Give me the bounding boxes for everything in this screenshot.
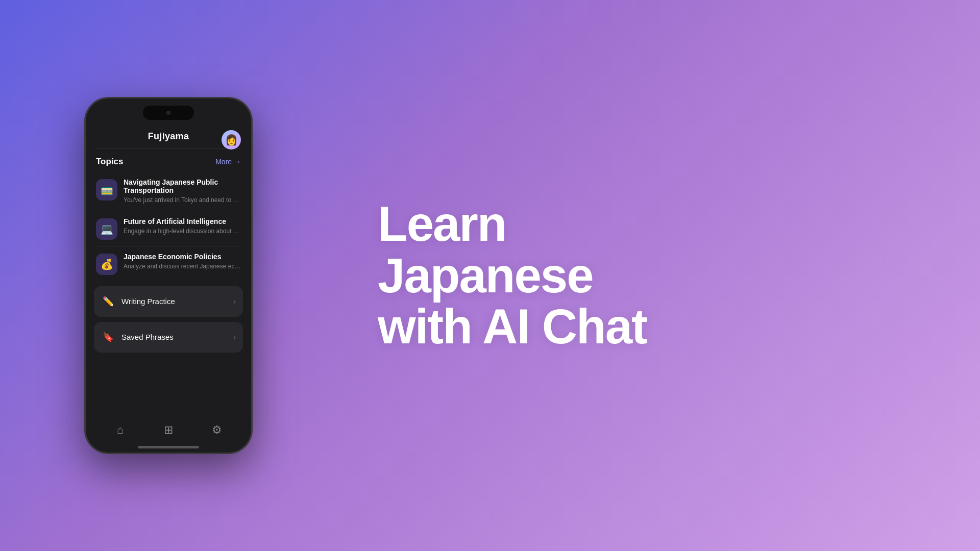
nav-settings[interactable]: ⚙ bbox=[192, 423, 241, 437]
camera-dot bbox=[166, 111, 170, 115]
phone-screen: Fujiyama 👩 Topics More → 🚃 Navigating Ja bbox=[86, 98, 251, 453]
home-indicator bbox=[138, 446, 199, 448]
nav-home[interactable]: ⌂ bbox=[96, 423, 144, 437]
avatar[interactable]: 👩 bbox=[222, 130, 241, 149]
topic-desc-ai: Engage in a high-level discussion about … bbox=[124, 227, 241, 236]
dynamic-island bbox=[143, 106, 194, 120]
saved-phrases-label: Saved Phrases bbox=[121, 333, 174, 341]
phone-area: Fujiyama 👩 Topics More → 🚃 Navigating Ja bbox=[0, 0, 337, 551]
writing-practice-button[interactable]: ✏️ Writing Practice › bbox=[94, 286, 243, 317]
topic-icon-transport: 🚃 bbox=[96, 179, 117, 201]
topic-item-transport[interactable]: 🚃 Navigating Japanese Public Transportat… bbox=[86, 172, 251, 211]
phone-frame: Fujiyama 👩 Topics More → 🚃 Navigating Ja bbox=[84, 97, 253, 454]
topic-name-economics: Japanese Economic Policies bbox=[124, 253, 241, 261]
avatar-emoji: 👩 bbox=[225, 134, 238, 146]
saved-phrases-left: 🔖 Saved Phrases bbox=[101, 330, 174, 344]
topic-item-ai[interactable]: 💻 Future of Artificial Intelligence Enga… bbox=[86, 211, 251, 246]
scroll-content: Topics More → 🚃 Navigating Japanese Publ… bbox=[86, 148, 251, 412]
hero-line2: Japanese bbox=[378, 248, 593, 303]
right-content: Learn Japanese with AI Chat bbox=[337, 168, 980, 383]
saved-phrases-chevron: › bbox=[233, 333, 236, 342]
topic-text-economics: Japanese Economic Policies Analyze and d… bbox=[124, 253, 241, 271]
hero-line3: with AI Chat bbox=[378, 299, 647, 354]
saved-phrases-icon: 🔖 bbox=[101, 330, 115, 344]
topic-item-economics[interactable]: 💰 Japanese Economic Policies Analyze and… bbox=[86, 246, 251, 281]
writing-practice-label: Writing Practice bbox=[121, 297, 175, 306]
calendar-icon: ⊞ bbox=[164, 423, 173, 437]
topic-name-ai: Future of Artificial Intelligence bbox=[124, 217, 241, 226]
topic-icon-economics: 💰 bbox=[96, 254, 117, 275]
topic-icon-ai: 💻 bbox=[96, 218, 117, 240]
writing-practice-left: ✏️ Writing Practice bbox=[101, 294, 175, 309]
settings-icon: ⚙ bbox=[212, 423, 222, 437]
topic-name-transport: Navigating Japanese Public Transportatio… bbox=[124, 178, 241, 194]
writing-practice-chevron: › bbox=[233, 297, 236, 306]
topics-label: Topics bbox=[96, 157, 124, 167]
saved-phrases-button[interactable]: 🔖 Saved Phrases › bbox=[94, 322, 243, 353]
home-icon: ⌂ bbox=[117, 423, 124, 437]
app-title: Fujiyama bbox=[148, 131, 189, 142]
topics-section-header: Topics More → bbox=[86, 148, 251, 172]
nav-calendar[interactable]: ⊞ bbox=[144, 423, 193, 437]
app-header: Fujiyama 👩 bbox=[86, 127, 251, 148]
topic-text-transport: Navigating Japanese Public Transportatio… bbox=[124, 178, 241, 205]
writing-practice-icon: ✏️ bbox=[101, 294, 115, 309]
topic-text-ai: Future of Artificial Intelligence Engage… bbox=[124, 217, 241, 236]
more-link[interactable]: More → bbox=[215, 158, 241, 166]
hero-text: Learn Japanese with AI Chat bbox=[378, 198, 647, 353]
topic-desc-economics: Analyze and discuss recent Japanese econ… bbox=[124, 262, 241, 271]
topic-desc-transport: You've just arrived in Tokyo and need to… bbox=[124, 196, 241, 205]
hero-line1: Learn bbox=[378, 196, 506, 251]
